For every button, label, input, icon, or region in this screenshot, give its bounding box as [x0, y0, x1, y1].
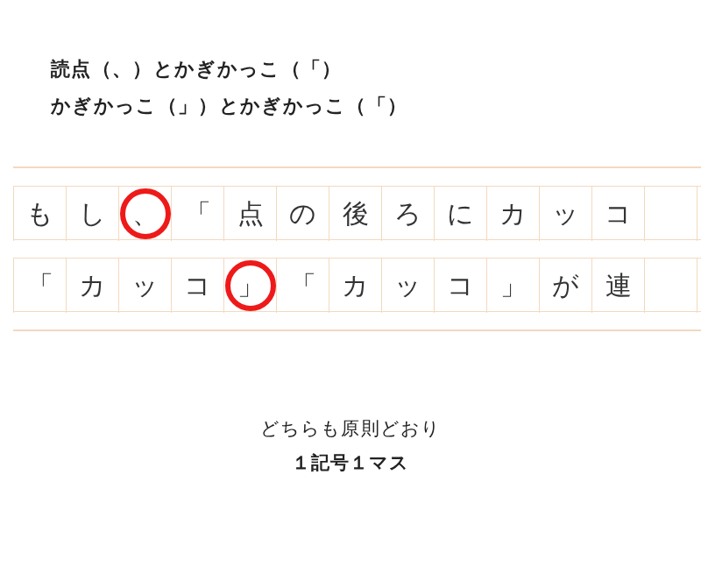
grid-cell: 「 [171, 187, 223, 241]
grid-cell: コ [171, 259, 223, 313]
grid-cell: 連 [591, 259, 644, 313]
highlight-circle [225, 260, 276, 311]
grid-cell [697, 259, 701, 313]
grid-cell: 後 [329, 187, 381, 241]
grid-cell: ッ [118, 259, 171, 313]
footer-text: どちらも原則どおり １記号１マス [0, 412, 701, 480]
grid-cell: 点 [223, 187, 276, 241]
grid-cell: が [539, 259, 591, 313]
grid-cell: 、 [118, 187, 171, 241]
grid-cell [644, 187, 697, 241]
grid-cell: 「 [276, 259, 329, 313]
heading-line-1: 読点（、）とかぎかっこ（「） [51, 51, 407, 88]
grid-cell: 」 [486, 259, 539, 313]
grid-cell: も [13, 187, 66, 241]
heading: 読点（、）とかぎかっこ（「） かぎかっこ（」）とかぎかっこ（「） [51, 51, 407, 124]
grid-cell: コ [591, 187, 644, 241]
grid-cell: カ [486, 187, 539, 241]
grid-cell: カ [66, 259, 118, 313]
manuscript-grid: もし、「点の後ろにカッコ「カッコ」「カッコ」が連 [13, 166, 701, 331]
grid-cell: 」 [223, 259, 276, 313]
grid-row: もし、「点の後ろにカッコ [13, 186, 701, 240]
grid-cell: カ [329, 259, 381, 313]
grid-cell: の [276, 187, 329, 241]
grid-cell: 「 [13, 259, 66, 313]
grid-cell: に [434, 187, 486, 241]
grid-cell: コ [434, 259, 486, 313]
footer-line-2: １記号１マス [0, 446, 701, 480]
grid-cell: ッ [539, 187, 591, 241]
grid-cell [644, 259, 697, 313]
footer-line-1: どちらも原則どおり [0, 412, 701, 446]
grid-cell: ろ [381, 187, 434, 241]
highlight-circle [120, 188, 171, 239]
grid-cell: し [66, 187, 118, 241]
grid-cell [697, 187, 701, 241]
grid-row: 「カッコ」「カッコ」が連 [13, 258, 701, 312]
heading-line-2: かぎかっこ（」）とかぎかっこ（「） [51, 88, 407, 124]
grid-cell: ッ [381, 259, 434, 313]
